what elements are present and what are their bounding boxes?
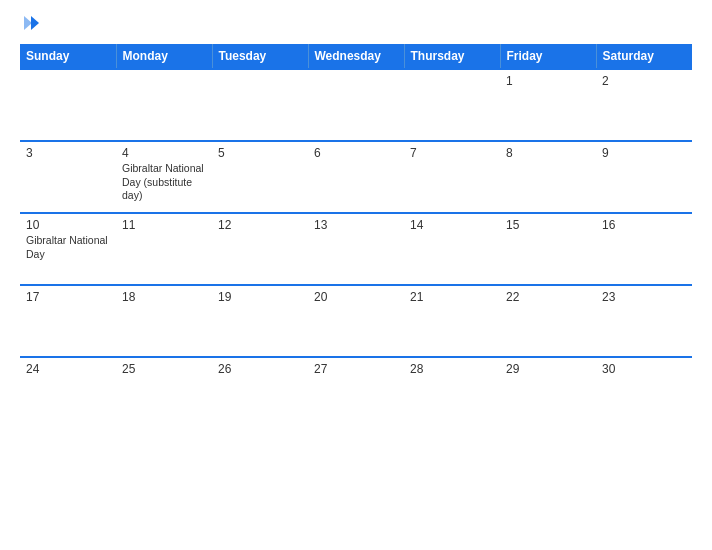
calendar-day-cell: 27: [308, 357, 404, 429]
day-number: 18: [122, 290, 206, 304]
day-number: 23: [602, 290, 686, 304]
day-number: 21: [410, 290, 494, 304]
calendar-day-cell: 6: [308, 141, 404, 213]
calendar-day-cell: [404, 69, 500, 141]
calendar-day-cell: 29: [500, 357, 596, 429]
day-number: 16: [602, 218, 686, 232]
day-number: 28: [410, 362, 494, 376]
calendar-day-cell: 15: [500, 213, 596, 285]
calendar-day-cell: 2: [596, 69, 692, 141]
day-number: 5: [218, 146, 302, 160]
calendar-day-cell: 18: [116, 285, 212, 357]
day-number: 13: [314, 218, 398, 232]
day-number: 1: [506, 74, 590, 88]
calendar-week-row: 24252627282930: [20, 357, 692, 429]
calendar-day-cell: 4Gibraltar National Day (substitute day): [116, 141, 212, 213]
page: SundayMondayTuesdayWednesdayThursdayFrid…: [0, 0, 712, 550]
day-number: 26: [218, 362, 302, 376]
day-number: 27: [314, 362, 398, 376]
calendar-event: Gibraltar National Day (substitute day): [122, 162, 206, 203]
calendar-day-cell: 24: [20, 357, 116, 429]
calendar-week-row: 34Gibraltar National Day (substitute day…: [20, 141, 692, 213]
calendar-day-cell: 28: [404, 357, 500, 429]
calendar-day-cell: [212, 69, 308, 141]
calendar-day-cell: 13: [308, 213, 404, 285]
logo-flag-icon: [22, 14, 40, 32]
calendar-day-cell: 5: [212, 141, 308, 213]
calendar-day-cell: 10Gibraltar National Day: [20, 213, 116, 285]
day-header-tuesday: Tuesday: [212, 44, 308, 69]
calendar-week-row: 12: [20, 69, 692, 141]
day-number: 6: [314, 146, 398, 160]
calendar-day-cell: 1: [500, 69, 596, 141]
day-number: 11: [122, 218, 206, 232]
calendar-day-cell: 22: [500, 285, 596, 357]
calendar-day-cell: 20: [308, 285, 404, 357]
day-number: 29: [506, 362, 590, 376]
day-number: 4: [122, 146, 206, 160]
day-header-sunday: Sunday: [20, 44, 116, 69]
calendar-day-cell: 8: [500, 141, 596, 213]
calendar-week-row: 10Gibraltar National Day111213141516: [20, 213, 692, 285]
header: [20, 16, 692, 34]
logo: [20, 16, 40, 34]
calendar-day-cell: 9: [596, 141, 692, 213]
day-header-monday: Monday: [116, 44, 212, 69]
day-number: 22: [506, 290, 590, 304]
calendar-day-cell: 14: [404, 213, 500, 285]
calendar-day-cell: 7: [404, 141, 500, 213]
calendar-day-cell: [20, 69, 116, 141]
svg-marker-1: [24, 16, 32, 30]
calendar-day-cell: 11: [116, 213, 212, 285]
calendar-day-cell: [308, 69, 404, 141]
day-number: 17: [26, 290, 110, 304]
day-number: 25: [122, 362, 206, 376]
day-number: 14: [410, 218, 494, 232]
calendar-day-cell: 21: [404, 285, 500, 357]
calendar-day-cell: 23: [596, 285, 692, 357]
day-number: 19: [218, 290, 302, 304]
calendar-day-cell: 30: [596, 357, 692, 429]
day-number: 9: [602, 146, 686, 160]
day-header-friday: Friday: [500, 44, 596, 69]
calendar-header-row: SundayMondayTuesdayWednesdayThursdayFrid…: [20, 44, 692, 69]
day-number: 15: [506, 218, 590, 232]
calendar-week-row: 17181920212223: [20, 285, 692, 357]
day-number: 20: [314, 290, 398, 304]
day-number: 12: [218, 218, 302, 232]
calendar-day-cell: 19: [212, 285, 308, 357]
day-number: 24: [26, 362, 110, 376]
calendar-event: Gibraltar National Day: [26, 234, 110, 261]
calendar-day-cell: 25: [116, 357, 212, 429]
day-header-saturday: Saturday: [596, 44, 692, 69]
day-number: 30: [602, 362, 686, 376]
day-header-thursday: Thursday: [404, 44, 500, 69]
calendar-day-cell: 12: [212, 213, 308, 285]
day-header-wednesday: Wednesday: [308, 44, 404, 69]
day-number: 2: [602, 74, 686, 88]
svg-marker-0: [31, 16, 39, 30]
calendar-day-cell: 26: [212, 357, 308, 429]
calendar-day-cell: 3: [20, 141, 116, 213]
calendar-day-cell: 16: [596, 213, 692, 285]
day-number: 10: [26, 218, 110, 232]
day-number: 3: [26, 146, 110, 160]
day-number: 8: [506, 146, 590, 160]
day-number: 7: [410, 146, 494, 160]
calendar-day-cell: 17: [20, 285, 116, 357]
calendar-table: SundayMondayTuesdayWednesdayThursdayFrid…: [20, 44, 692, 429]
calendar-day-cell: [116, 69, 212, 141]
